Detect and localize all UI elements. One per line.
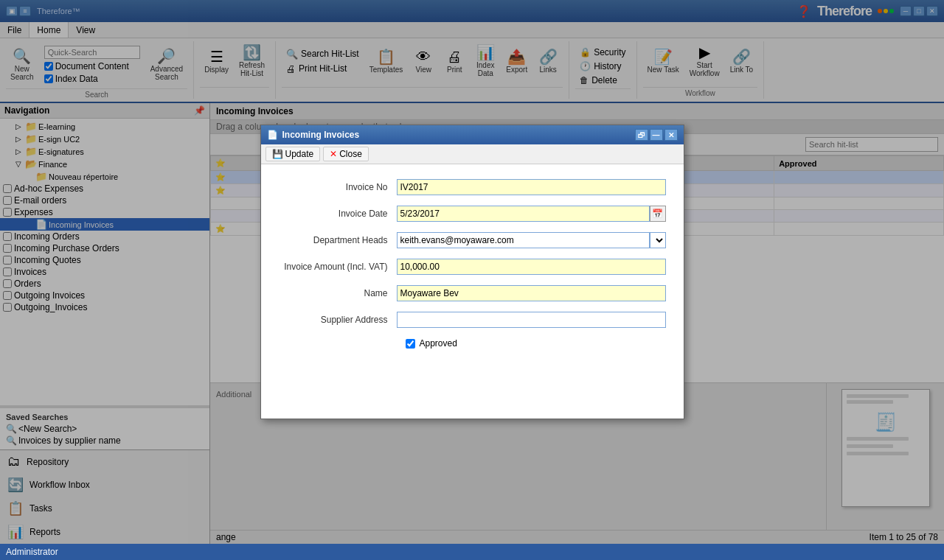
form-row-invoice-amount: Invoice Amount (Incl. VAT)	[279, 259, 666, 275]
close-label: Close	[339, 149, 362, 159]
dept-heads-label: Department Heads	[279, 235, 397, 245]
modal-close-btn[interactable]: ✕	[664, 129, 678, 141]
form-row-supplier-address: Supplier Address	[279, 312, 666, 328]
modal-minimize-btn[interactable]: —	[650, 129, 663, 141]
approved-label: Approved	[420, 338, 457, 349]
form-row-invoice-date: Invoice Date 📅	[279, 206, 666, 222]
supplier-address-label: Supplier Address	[279, 315, 397, 325]
modal-title-bar: 📄 Incoming Invoices 🗗 — ✕	[261, 125, 684, 144]
dept-heads-dropdown[interactable]: keith.evans@moyaware.com	[650, 232, 666, 248]
invoice-date-label: Invoice Date	[279, 209, 397, 219]
invoice-no-input[interactable]	[397, 179, 666, 195]
supplier-address-input[interactable]	[397, 312, 666, 328]
form-row-approved: Approved	[279, 338, 666, 349]
invoice-date-input[interactable]	[397, 206, 650, 222]
form-row-dept-heads: Department Heads keith.evans@moyaware.co…	[279, 232, 666, 248]
modal-title-icon: 📄	[267, 130, 278, 140]
update-label: Update	[285, 149, 314, 159]
modal-close-toolbar-btn[interactable]: ✕ Close	[323, 147, 369, 161]
form-row-invoice-no: Invoice No	[279, 179, 666, 195]
approved-checkbox[interactable]	[406, 339, 415, 349]
modal-title-controls: 🗗 — ✕	[635, 129, 678, 141]
invoice-amount-label: Invoice Amount (Incl. VAT)	[279, 262, 397, 272]
modal-toolbar: 💾 Update ✕ Close	[261, 144, 684, 164]
modal-title: Incoming Invoices	[282, 130, 360, 140]
status-user: Administrator	[6, 547, 58, 557]
modal-dialog: 📄 Incoming Invoices 🗗 — ✕ 💾 Update ✕ Clo…	[260, 125, 684, 419]
modal-body: Invoice No Invoice Date 📅 Department Hea…	[261, 164, 684, 374]
invoice-no-label: Invoice No	[279, 182, 397, 192]
close-icon: ✕	[330, 149, 337, 159]
modal-restore-btn[interactable]: 🗗	[635, 129, 648, 141]
calendar-btn[interactable]: 📅	[650, 206, 666, 222]
update-icon: 💾	[272, 149, 283, 159]
dept-heads-input[interactable]	[397, 232, 650, 248]
status-bar: Administrator	[0, 544, 944, 560]
name-label: Name	[279, 288, 397, 298]
modal-overlay: 📄 Incoming Invoices 🗗 — ✕ 💾 Update ✕ Clo…	[0, 0, 944, 544]
name-input[interactable]	[397, 285, 666, 301]
form-row-name: Name	[279, 285, 666, 301]
invoice-amount-input[interactable]	[397, 259, 666, 275]
update-btn[interactable]: 💾 Update	[266, 147, 321, 161]
